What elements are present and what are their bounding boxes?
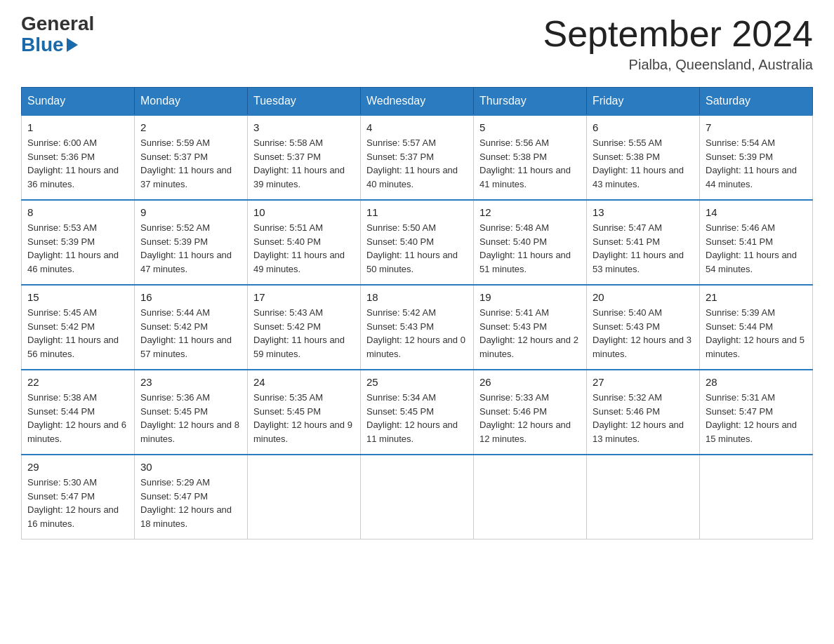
day-number: 10 bbox=[253, 206, 355, 218]
day-number: 14 bbox=[706, 206, 807, 218]
calendar-cell: 4Sunrise: 5:57 AMSunset: 5:37 PMDaylight… bbox=[361, 115, 474, 200]
calendar-week-row: 8Sunrise: 5:53 AMSunset: 5:39 PMDaylight… bbox=[22, 200, 813, 285]
calendar-table: SundayMondayTuesdayWednesdayThursdayFrid… bbox=[21, 87, 813, 539]
calendar-cell bbox=[361, 455, 474, 539]
day-info: Sunrise: 5:33 AMSunset: 5:46 PMDaylight:… bbox=[479, 391, 581, 445]
day-number: 25 bbox=[366, 376, 468, 388]
day-info: Sunrise: 5:45 AMSunset: 5:42 PMDaylight:… bbox=[27, 306, 128, 361]
day-number: 3 bbox=[253, 121, 355, 133]
day-number: 22 bbox=[27, 376, 128, 388]
day-number: 8 bbox=[27, 206, 128, 218]
calendar-cell: 10Sunrise: 5:51 AMSunset: 5:40 PMDayligh… bbox=[248, 200, 361, 285]
calendar-cell: 11Sunrise: 5:50 AMSunset: 5:40 PMDayligh… bbox=[361, 200, 474, 285]
day-number: 7 bbox=[706, 121, 807, 133]
logo-general: General bbox=[21, 14, 94, 34]
day-header-wednesday: Wednesday bbox=[361, 88, 474, 116]
calendar-cell: 3Sunrise: 5:58 AMSunset: 5:37 PMDaylight… bbox=[248, 115, 361, 200]
day-number: 4 bbox=[366, 121, 468, 133]
day-info: Sunrise: 5:31 AMSunset: 5:47 PMDaylight:… bbox=[706, 391, 807, 445]
day-header-friday: Friday bbox=[587, 88, 700, 116]
day-info: Sunrise: 5:39 AMSunset: 5:44 PMDaylight:… bbox=[706, 306, 807, 361]
calendar-cell: 6Sunrise: 5:55 AMSunset: 5:38 PMDaylight… bbox=[587, 115, 700, 200]
day-info: Sunrise: 5:53 AMSunset: 5:39 PMDaylight:… bbox=[27, 221, 128, 276]
day-header-tuesday: Tuesday bbox=[248, 88, 361, 116]
day-number: 15 bbox=[27, 291, 128, 303]
day-info: Sunrise: 5:52 AMSunset: 5:39 PMDaylight:… bbox=[140, 221, 241, 276]
day-number: 23 bbox=[140, 376, 241, 388]
calendar-cell: 5Sunrise: 5:56 AMSunset: 5:38 PMDaylight… bbox=[474, 115, 587, 200]
day-number: 17 bbox=[253, 291, 355, 303]
day-number: 19 bbox=[479, 291, 581, 303]
day-info: Sunrise: 5:48 AMSunset: 5:40 PMDaylight:… bbox=[479, 221, 581, 276]
calendar-cell: 15Sunrise: 5:45 AMSunset: 5:42 PMDayligh… bbox=[22, 285, 135, 370]
day-info: Sunrise: 5:46 AMSunset: 5:41 PMDaylight:… bbox=[706, 221, 807, 276]
day-info: Sunrise: 6:00 AMSunset: 5:36 PMDaylight:… bbox=[27, 136, 128, 191]
logo: General Blue bbox=[21, 14, 94, 56]
day-info: Sunrise: 5:42 AMSunset: 5:43 PMDaylight:… bbox=[366, 306, 468, 361]
day-number: 1 bbox=[27, 121, 128, 133]
calendar-cell: 17Sunrise: 5:43 AMSunset: 5:42 PMDayligh… bbox=[248, 285, 361, 370]
calendar-week-row: 15Sunrise: 5:45 AMSunset: 5:42 PMDayligh… bbox=[22, 285, 813, 370]
day-number: 29 bbox=[27, 461, 128, 473]
day-info: Sunrise: 5:51 AMSunset: 5:40 PMDaylight:… bbox=[253, 221, 355, 276]
day-number: 30 bbox=[140, 461, 241, 473]
calendar-cell: 24Sunrise: 5:35 AMSunset: 5:45 PMDayligh… bbox=[248, 370, 361, 455]
calendar-cell: 1Sunrise: 6:00 AMSunset: 5:36 PMDaylight… bbox=[22, 115, 135, 200]
day-info: Sunrise: 5:43 AMSunset: 5:42 PMDaylight:… bbox=[253, 306, 355, 361]
day-info: Sunrise: 5:40 AMSunset: 5:43 PMDaylight:… bbox=[593, 306, 694, 361]
logo-blue-text: Blue bbox=[21, 34, 64, 56]
day-info: Sunrise: 5:55 AMSunset: 5:38 PMDaylight:… bbox=[593, 136, 694, 191]
calendar-header-row: SundayMondayTuesdayWednesdayThursdayFrid… bbox=[22, 88, 813, 116]
day-info: Sunrise: 5:59 AMSunset: 5:37 PMDaylight:… bbox=[140, 136, 241, 191]
day-number: 18 bbox=[366, 291, 468, 303]
day-header-monday: Monday bbox=[135, 88, 248, 116]
logo-arrow-icon bbox=[67, 38, 78, 52]
calendar-cell: 19Sunrise: 5:41 AMSunset: 5:43 PMDayligh… bbox=[474, 285, 587, 370]
day-number: 24 bbox=[253, 376, 355, 388]
day-info: Sunrise: 5:54 AMSunset: 5:39 PMDaylight:… bbox=[706, 136, 807, 191]
day-info: Sunrise: 5:56 AMSunset: 5:38 PMDaylight:… bbox=[479, 136, 581, 191]
day-number: 5 bbox=[479, 121, 581, 133]
day-number: 12 bbox=[479, 206, 581, 218]
day-number: 16 bbox=[140, 291, 241, 303]
page-header: General Blue September 2024 Pialba, Quee… bbox=[21, 14, 813, 73]
day-number: 9 bbox=[140, 206, 241, 218]
day-header-thursday: Thursday bbox=[474, 88, 587, 116]
day-header-sunday: Sunday bbox=[22, 88, 135, 116]
day-number: 27 bbox=[593, 376, 694, 388]
calendar-week-row: 22Sunrise: 5:38 AMSunset: 5:44 PMDayligh… bbox=[22, 370, 813, 455]
day-number: 21 bbox=[706, 291, 807, 303]
calendar-cell: 13Sunrise: 5:47 AMSunset: 5:41 PMDayligh… bbox=[587, 200, 700, 285]
day-number: 2 bbox=[140, 121, 241, 133]
day-info: Sunrise: 5:44 AMSunset: 5:42 PMDaylight:… bbox=[140, 306, 241, 361]
day-header-saturday: Saturday bbox=[700, 88, 813, 116]
calendar-cell: 28Sunrise: 5:31 AMSunset: 5:47 PMDayligh… bbox=[700, 370, 813, 455]
logo-blue-line: Blue bbox=[21, 34, 94, 56]
calendar-cell: 16Sunrise: 5:44 AMSunset: 5:42 PMDayligh… bbox=[135, 285, 248, 370]
calendar-cell: 30Sunrise: 5:29 AMSunset: 5:47 PMDayligh… bbox=[135, 455, 248, 539]
day-info: Sunrise: 5:50 AMSunset: 5:40 PMDaylight:… bbox=[366, 221, 468, 276]
calendar-week-row: 29Sunrise: 5:30 AMSunset: 5:47 PMDayligh… bbox=[22, 455, 813, 539]
day-info: Sunrise: 5:58 AMSunset: 5:37 PMDaylight:… bbox=[253, 136, 355, 191]
calendar-cell: 7Sunrise: 5:54 AMSunset: 5:39 PMDaylight… bbox=[700, 115, 813, 200]
day-number: 11 bbox=[366, 206, 468, 218]
day-info: Sunrise: 5:36 AMSunset: 5:45 PMDaylight:… bbox=[140, 391, 241, 445]
day-number: 13 bbox=[593, 206, 694, 218]
location-subtitle: Pialba, Queensland, Australia bbox=[543, 57, 814, 73]
day-info: Sunrise: 5:57 AMSunset: 5:37 PMDaylight:… bbox=[366, 136, 468, 191]
month-year-title: September 2024 bbox=[543, 14, 814, 54]
calendar-cell: 20Sunrise: 5:40 AMSunset: 5:43 PMDayligh… bbox=[587, 285, 700, 370]
day-info: Sunrise: 5:30 AMSunset: 5:47 PMDaylight:… bbox=[27, 476, 128, 530]
day-number: 6 bbox=[593, 121, 694, 133]
calendar-cell: 23Sunrise: 5:36 AMSunset: 5:45 PMDayligh… bbox=[135, 370, 248, 455]
title-block: September 2024 Pialba, Queensland, Austr… bbox=[543, 14, 814, 73]
day-info: Sunrise: 5:32 AMSunset: 5:46 PMDaylight:… bbox=[593, 391, 694, 445]
day-number: 26 bbox=[479, 376, 581, 388]
day-number: 20 bbox=[593, 291, 694, 303]
calendar-cell: 21Sunrise: 5:39 AMSunset: 5:44 PMDayligh… bbox=[700, 285, 813, 370]
calendar-cell: 8Sunrise: 5:53 AMSunset: 5:39 PMDaylight… bbox=[22, 200, 135, 285]
calendar-cell: 12Sunrise: 5:48 AMSunset: 5:40 PMDayligh… bbox=[474, 200, 587, 285]
calendar-cell: 22Sunrise: 5:38 AMSunset: 5:44 PMDayligh… bbox=[22, 370, 135, 455]
calendar-cell bbox=[700, 455, 813, 539]
day-number: 28 bbox=[706, 376, 807, 388]
